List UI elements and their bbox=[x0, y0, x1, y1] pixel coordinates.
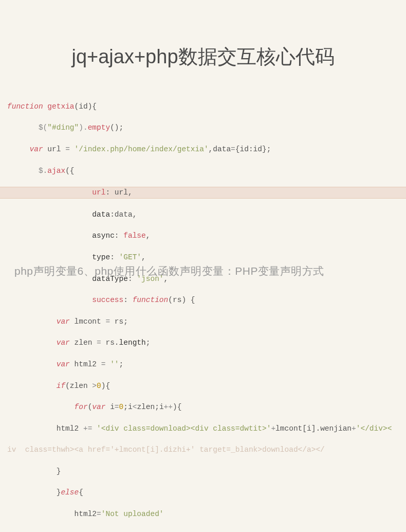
ident: id:id bbox=[240, 145, 263, 153]
prop: type bbox=[92, 253, 110, 261]
string: "#ding" bbox=[47, 123, 79, 132]
string: 'Not uploaded' bbox=[101, 510, 164, 518]
code-line: var lmcont = rs; bbox=[7, 316, 406, 327]
faded-text: iv class=thwh><a href='+lmcont[i].dizhi+… bbox=[7, 446, 325, 454]
prop: success bbox=[92, 296, 123, 304]
code-line: if(zlen >0){ bbox=[7, 381, 406, 392]
ident: data bbox=[115, 210, 133, 219]
keyword-function: function bbox=[133, 296, 169, 304]
code-line: $("#ding").empty(); bbox=[7, 122, 406, 133]
function-name: getxia bbox=[47, 102, 74, 111]
ident: lmcont bbox=[275, 424, 302, 433]
keyword-var: var bbox=[30, 145, 43, 153]
ident: zlen bbox=[75, 339, 93, 347]
string: 'GET' bbox=[119, 253, 142, 261]
overlay-caption: php声明变量6、php使用什么函数声明变量：PHP变量声明方式 bbox=[14, 264, 324, 278]
ident: wenjian bbox=[320, 424, 352, 433]
ident: html2 bbox=[75, 360, 97, 368]
code-line: html2='Not uploaded' bbox=[7, 509, 406, 520]
keyword-if: if bbox=[57, 382, 65, 390]
ident: i bbox=[307, 424, 311, 433]
code-line: }else{ bbox=[7, 487, 406, 498]
param: id bbox=[79, 102, 87, 111]
code-line: type: 'GET', bbox=[7, 252, 406, 263]
string: '' bbox=[110, 360, 119, 368]
ident: zlen bbox=[70, 382, 88, 390]
code-line: function getxia(id){ bbox=[7, 101, 406, 112]
ident: lmcont bbox=[75, 317, 101, 326]
ident: url bbox=[115, 188, 128, 197]
prop: data bbox=[92, 210, 110, 219]
keyword-var: var bbox=[57, 339, 70, 347]
code-line: } bbox=[7, 466, 406, 477]
prop: url bbox=[92, 188, 105, 197]
param: rs bbox=[173, 296, 181, 304]
op: > bbox=[92, 382, 97, 390]
code-line: for(var i=0;i<zlen;i++){ bbox=[7, 402, 406, 413]
code-line: success: function(rs) { bbox=[7, 295, 406, 306]
method: empty bbox=[88, 123, 110, 132]
bool: false bbox=[123, 232, 146, 240]
ident: i bbox=[110, 403, 115, 411]
num: 0 bbox=[119, 403, 124, 411]
string: '</div>< bbox=[356, 424, 392, 433]
code-line: var zlen = rs.length; bbox=[7, 338, 406, 348]
code-line: html2 += '<div class=download><div class… bbox=[7, 423, 406, 434]
keyword-var: var bbox=[92, 403, 105, 411]
num: 0 bbox=[97, 382, 101, 390]
string: '/index.php/home/index/getxia' bbox=[75, 145, 209, 153]
ident: rs bbox=[115, 317, 123, 326]
highlighted-line: url: url, bbox=[0, 187, 406, 199]
ident: html2 bbox=[75, 510, 97, 518]
string: '<div class=download><div class=dwtit>' bbox=[97, 424, 271, 433]
ident: url bbox=[47, 145, 61, 153]
ident: html2 bbox=[57, 424, 79, 433]
ident: zlen bbox=[137, 403, 155, 411]
code-block: function getxia(id){ $("#ding").empty();… bbox=[0, 91, 406, 532]
prop: async bbox=[92, 232, 115, 240]
ident: rs bbox=[105, 339, 114, 347]
keyword-for: for bbox=[75, 403, 88, 411]
brace: } bbox=[57, 467, 61, 475]
code-line: var html2 = ''; bbox=[7, 359, 406, 370]
keyword-function: function bbox=[7, 102, 43, 111]
code-line: $.ajax({ bbox=[7, 166, 406, 176]
code-line: var url = '/index.php/home/index/getxia'… bbox=[7, 144, 406, 155]
code-line-faded: iv class=thwh><a href='+lmcont[i].dizhi+… bbox=[7, 445, 406, 455]
keyword-else: else bbox=[61, 488, 79, 496]
ident: data bbox=[213, 145, 231, 153]
ident: length bbox=[119, 339, 146, 347]
code-line: async: false, bbox=[7, 230, 406, 241]
keyword-var: var bbox=[57, 360, 70, 368]
page-title: jq+ajax+php数据交互核心代码 bbox=[0, 0, 406, 91]
keyword-var: var bbox=[57, 317, 70, 326]
method: ajax bbox=[47, 167, 65, 175]
code-line: data:data, bbox=[7, 209, 406, 220]
